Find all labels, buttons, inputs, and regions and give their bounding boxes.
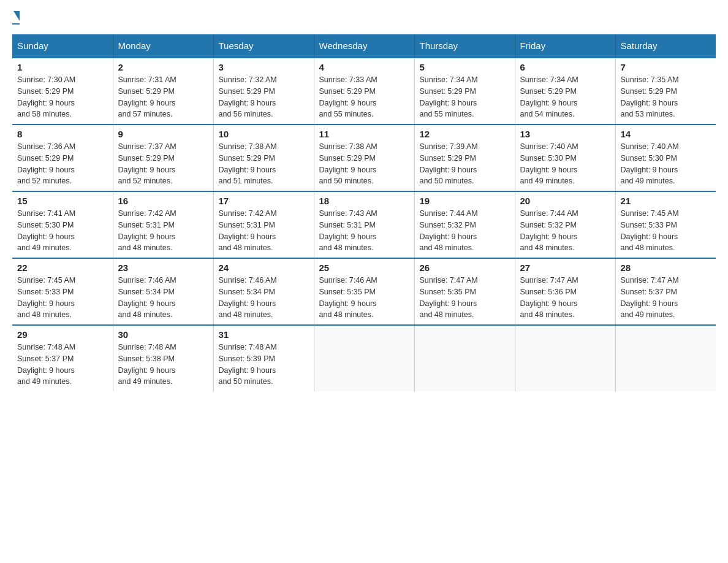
calendar-cell: 28 Sunrise: 7:47 AMSunset: 5:37 PMDaylig…	[615, 258, 716, 325]
day-number: 25	[319, 262, 409, 273]
day-number: 14	[621, 129, 711, 139]
header-tuesday: Tuesday	[213, 34, 314, 58]
calendar-cell: 24 Sunrise: 7:46 AMSunset: 5:34 PMDaylig…	[213, 258, 314, 325]
day-info: Sunrise: 7:34 AMSunset: 5:29 PMDaylight:…	[420, 74, 510, 120]
day-info: Sunrise: 7:42 AMSunset: 5:31 PMDaylight:…	[219, 208, 309, 254]
week-row-2: 8 Sunrise: 7:36 AMSunset: 5:29 PMDayligh…	[12, 124, 716, 191]
calendar-cell: 18 Sunrise: 7:43 AMSunset: 5:31 PMDaylig…	[314, 191, 414, 258]
day-number: 19	[420, 196, 510, 206]
week-row-5: 29 Sunrise: 7:48 AMSunset: 5:37 PMDaylig…	[12, 325, 716, 391]
day-info: Sunrise: 7:33 AMSunset: 5:29 PMDaylight:…	[319, 74, 409, 120]
day-info: Sunrise: 7:43 AMSunset: 5:31 PMDaylight:…	[319, 208, 409, 254]
day-number: 24	[219, 262, 309, 273]
page-header	[12, 12, 716, 25]
day-number: 4	[319, 62, 409, 72]
calendar-cell: 15 Sunrise: 7:41 AMSunset: 5:30 PMDaylig…	[12, 191, 113, 258]
header-sunday: Sunday	[12, 34, 113, 58]
calendar-cell: 10 Sunrise: 7:38 AMSunset: 5:29 PMDaylig…	[213, 124, 314, 191]
day-number: 10	[219, 129, 309, 139]
week-row-1: 1 Sunrise: 7:30 AMSunset: 5:29 PMDayligh…	[12, 58, 716, 124]
day-info: Sunrise: 7:40 AMSunset: 5:30 PMDaylight:…	[621, 141, 711, 187]
header-wednesday: Wednesday	[314, 34, 414, 58]
day-info: Sunrise: 7:45 AMSunset: 5:33 PMDaylight:…	[621, 208, 711, 254]
calendar-cell: 21 Sunrise: 7:45 AMSunset: 5:33 PMDaylig…	[615, 191, 716, 258]
day-number: 1	[17, 62, 108, 72]
calendar-cell	[615, 325, 716, 391]
day-info: Sunrise: 7:38 AMSunset: 5:29 PMDaylight:…	[219, 141, 309, 187]
day-info: Sunrise: 7:40 AMSunset: 5:30 PMDaylight:…	[520, 141, 610, 187]
day-info: Sunrise: 7:48 AMSunset: 5:39 PMDaylight:…	[219, 342, 309, 388]
calendar-cell: 17 Sunrise: 7:42 AMSunset: 5:31 PMDaylig…	[213, 191, 314, 258]
day-number: 22	[17, 262, 108, 273]
day-number: 6	[520, 62, 610, 72]
day-info: Sunrise: 7:31 AMSunset: 5:29 PMDaylight:…	[118, 74, 208, 120]
calendar-cell: 19 Sunrise: 7:44 AMSunset: 5:32 PMDaylig…	[414, 191, 515, 258]
day-info: Sunrise: 7:37 AMSunset: 5:29 PMDaylight:…	[118, 141, 208, 187]
calendar-cell: 16 Sunrise: 7:42 AMSunset: 5:31 PMDaylig…	[113, 191, 213, 258]
calendar-cell: 27 Sunrise: 7:47 AMSunset: 5:36 PMDaylig…	[515, 258, 615, 325]
day-info: Sunrise: 7:45 AMSunset: 5:33 PMDaylight:…	[17, 275, 108, 321]
calendar-cell: 29 Sunrise: 7:48 AMSunset: 5:37 PMDaylig…	[12, 325, 113, 391]
logo	[12, 12, 20, 25]
calendar-cell: 4 Sunrise: 7:33 AMSunset: 5:29 PMDayligh…	[314, 58, 414, 124]
day-number: 26	[420, 262, 510, 273]
calendar-cell: 25 Sunrise: 7:46 AMSunset: 5:35 PMDaylig…	[314, 258, 414, 325]
day-info: Sunrise: 7:46 AMSunset: 5:34 PMDaylight:…	[118, 275, 208, 321]
calendar-cell: 5 Sunrise: 7:34 AMSunset: 5:29 PMDayligh…	[414, 58, 515, 124]
calendar-cell: 12 Sunrise: 7:39 AMSunset: 5:29 PMDaylig…	[414, 124, 515, 191]
day-number: 18	[319, 196, 409, 206]
calendar-cell: 20 Sunrise: 7:44 AMSunset: 5:32 PMDaylig…	[515, 191, 615, 258]
day-info: Sunrise: 7:47 AMSunset: 5:37 PMDaylight:…	[621, 275, 711, 321]
week-row-4: 22 Sunrise: 7:45 AMSunset: 5:33 PMDaylig…	[12, 258, 716, 325]
calendar-cell: 11 Sunrise: 7:38 AMSunset: 5:29 PMDaylig…	[314, 124, 414, 191]
calendar-cell: 2 Sunrise: 7:31 AMSunset: 5:29 PMDayligh…	[113, 58, 213, 124]
day-info: Sunrise: 7:30 AMSunset: 5:29 PMDaylight:…	[17, 74, 108, 120]
day-info: Sunrise: 7:47 AMSunset: 5:36 PMDaylight:…	[520, 275, 610, 321]
calendar-cell	[314, 325, 414, 391]
calendar-cell: 3 Sunrise: 7:32 AMSunset: 5:29 PMDayligh…	[213, 58, 314, 124]
day-number: 5	[420, 62, 510, 72]
calendar-cell: 1 Sunrise: 7:30 AMSunset: 5:29 PMDayligh…	[12, 58, 113, 124]
header-friday: Friday	[515, 34, 615, 58]
calendar-cell	[515, 325, 615, 391]
day-number: 15	[17, 196, 108, 206]
day-info: Sunrise: 7:41 AMSunset: 5:30 PMDaylight:…	[17, 208, 108, 254]
day-number: 13	[520, 129, 610, 139]
day-number: 31	[219, 329, 309, 340]
calendar-cell: 6 Sunrise: 7:34 AMSunset: 5:29 PMDayligh…	[515, 58, 615, 124]
day-number: 29	[17, 329, 108, 340]
calendar-cell: 26 Sunrise: 7:47 AMSunset: 5:35 PMDaylig…	[414, 258, 515, 325]
header-monday: Monday	[113, 34, 213, 58]
day-info: Sunrise: 7:44 AMSunset: 5:32 PMDaylight:…	[420, 208, 510, 254]
calendar-cell: 22 Sunrise: 7:45 AMSunset: 5:33 PMDaylig…	[12, 258, 113, 325]
day-number: 23	[118, 262, 208, 273]
day-info: Sunrise: 7:44 AMSunset: 5:32 PMDaylight:…	[520, 208, 610, 254]
calendar-cell	[414, 325, 515, 391]
day-number: 7	[621, 62, 711, 72]
day-number: 17	[219, 196, 309, 206]
header-saturday: Saturday	[615, 34, 716, 58]
day-number: 28	[621, 262, 711, 273]
day-info: Sunrise: 7:47 AMSunset: 5:35 PMDaylight:…	[420, 275, 510, 321]
calendar-table: SundayMondayTuesdayWednesdayThursdayFrid…	[12, 34, 716, 391]
day-info: Sunrise: 7:46 AMSunset: 5:34 PMDaylight:…	[219, 275, 309, 321]
calendar-cell: 8 Sunrise: 7:36 AMSunset: 5:29 PMDayligh…	[12, 124, 113, 191]
calendar-cell: 14 Sunrise: 7:40 AMSunset: 5:30 PMDaylig…	[615, 124, 716, 191]
day-number: 20	[520, 196, 610, 206]
calendar-cell: 30 Sunrise: 7:48 AMSunset: 5:38 PMDaylig…	[113, 325, 213, 391]
calendar-header-row: SundayMondayTuesdayWednesdayThursdayFrid…	[12, 34, 716, 58]
day-number: 27	[520, 262, 610, 273]
day-info: Sunrise: 7:38 AMSunset: 5:29 PMDaylight:…	[319, 141, 409, 187]
calendar-cell: 9 Sunrise: 7:37 AMSunset: 5:29 PMDayligh…	[113, 124, 213, 191]
day-info: Sunrise: 7:46 AMSunset: 5:35 PMDaylight:…	[319, 275, 409, 321]
day-info: Sunrise: 7:39 AMSunset: 5:29 PMDaylight:…	[420, 141, 510, 187]
day-number: 3	[219, 62, 309, 72]
day-info: Sunrise: 7:34 AMSunset: 5:29 PMDaylight:…	[520, 74, 610, 120]
day-number: 2	[118, 62, 208, 72]
day-number: 30	[118, 329, 208, 340]
day-info: Sunrise: 7:48 AMSunset: 5:38 PMDaylight:…	[118, 342, 208, 388]
calendar-cell: 13 Sunrise: 7:40 AMSunset: 5:30 PMDaylig…	[515, 124, 615, 191]
calendar-cell: 31 Sunrise: 7:48 AMSunset: 5:39 PMDaylig…	[213, 325, 314, 391]
day-info: Sunrise: 7:36 AMSunset: 5:29 PMDaylight:…	[17, 141, 108, 187]
calendar-cell: 23 Sunrise: 7:46 AMSunset: 5:34 PMDaylig…	[113, 258, 213, 325]
